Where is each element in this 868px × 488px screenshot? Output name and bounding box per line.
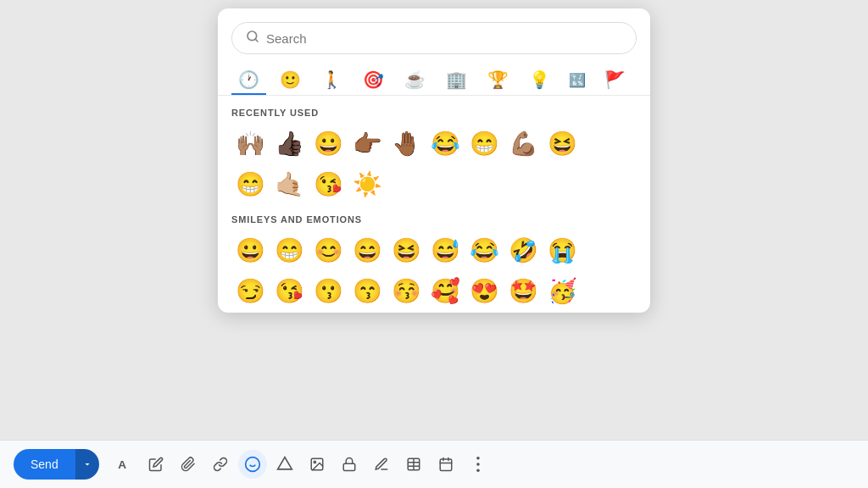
send-button-group: Send <box>14 449 99 480</box>
svg-point-20 <box>476 469 480 472</box>
smileys-label: SMILEYS AND EMOTIONS <box>231 214 637 225</box>
emoji-laugh[interactable]: 😄 <box>348 231 386 269</box>
emoji-kiss[interactable]: 😘 <box>270 272 308 309</box>
pen-icon[interactable] <box>367 450 396 479</box>
search-input[interactable] <box>266 31 622 46</box>
emoji-grinning[interactable]: 😀 <box>309 125 347 162</box>
emoji-kissing[interactable]: 😘 <box>309 165 347 202</box>
recently-used-row-2: 😁 🤙🏼 😘 ☀️ <box>231 165 637 202</box>
emoji-joy[interactable]: 😂 <box>465 231 503 269</box>
emoji-grinning-2[interactable]: 😀 <box>231 231 269 269</box>
emoji-sweat[interactable]: 😅 <box>426 231 464 269</box>
smileys-row-2: 😏 😘 😗 😙 😚 🥰 😍 🤩 🥳 <box>231 272 637 309</box>
emoji-flexed-bicep[interactable]: 💪🏽 <box>504 125 542 162</box>
emoji-smiling-hearts[interactable]: 🥰 <box>426 272 464 309</box>
cat-tab-objects[interactable]: 🏆 <box>481 64 515 95</box>
emoji-raising-hands[interactable]: 🙌🏽 <box>231 125 269 162</box>
emoji-call-me[interactable]: 🤙🏼 <box>270 165 308 202</box>
emoji-picker: 🕐 🙂 🚶 🎯 ☕ 🏢 🏆 💡 � <box>218 8 650 313</box>
emoji-sun[interactable]: ☀️ <box>348 165 386 202</box>
drive-icon[interactable] <box>270 450 299 479</box>
svg-point-19 <box>476 463 480 466</box>
emoji-wink[interactable]: 😏 <box>231 272 269 309</box>
search-icon <box>246 30 259 47</box>
emoji-crying[interactable]: 😭 <box>543 231 581 269</box>
emoji-kissing-closed[interactable]: 😚 <box>387 272 425 309</box>
emoji-thumbs-up[interactable]: 👍🏿 <box>270 125 308 162</box>
recently-used-row-1: 🙌🏽 👍🏿 😀 👉🏾 🤚🏾 😂 😁 💪🏽 😆 <box>231 125 637 162</box>
cat-tab-activities[interactable]: 🎯 <box>356 64 391 95</box>
emoji-party[interactable]: 🥳 <box>543 272 581 309</box>
svg-point-18 <box>476 457 480 460</box>
calendar-icon[interactable] <box>431 450 460 479</box>
category-tabs: 🕐 🙂 🚶 🎯 ☕ 🏢 🏆 💡 � <box>218 64 650 96</box>
cat-tab-symbols[interactable]: 💡 <box>522 64 557 95</box>
lock-icon[interactable] <box>335 450 364 479</box>
svg-marker-6 <box>277 458 292 469</box>
send-button[interactable]: Send <box>14 449 75 480</box>
emoji-grin[interactable]: 😁 <box>270 231 308 269</box>
attach-icon[interactable] <box>174 450 203 479</box>
page-wrapper: 🕐 🙂 🚶 🎯 ☕ 🏢 🏆 💡 � <box>0 0 868 488</box>
emoji-heart-eyes[interactable]: 😍 <box>465 272 503 309</box>
svg-rect-9 <box>343 463 355 470</box>
edit-icon[interactable] <box>142 450 170 479</box>
svg-text:A: A <box>118 458 126 471</box>
send-dropdown-button[interactable] <box>75 449 99 480</box>
svg-rect-14 <box>440 459 452 471</box>
emoji-kissing-2[interactable]: 😗 <box>309 272 347 309</box>
emoji-sweat-smile[interactable]: 😆 <box>387 231 425 269</box>
emoji-picker-icon[interactable] <box>238 450 267 479</box>
svg-point-8 <box>314 461 315 463</box>
table-icon[interactable] <box>399 450 428 479</box>
cat-tab-people[interactable]: 🚶 <box>314 64 349 95</box>
emoji-smile[interactable]: 😊 <box>309 231 347 269</box>
emoji-beaming-2[interactable]: 😁 <box>231 165 269 202</box>
search-bar <box>231 22 637 54</box>
more-options-icon[interactable] <box>464 450 492 479</box>
cat-tab-travel[interactable]: 🏢 <box>439 64 474 95</box>
emoji-laughing-tears[interactable]: 😂 <box>426 125 464 162</box>
bottom-toolbar: Send A <box>0 440 868 488</box>
cat-tab-food[interactable]: ☕ <box>398 64 432 95</box>
search-bar-wrap <box>218 22 650 64</box>
link-icon[interactable] <box>206 450 235 479</box>
emoji-rofl[interactable]: 🤣 <box>504 231 542 269</box>
cat-tab-recent[interactable]: 🕐 <box>231 64 266 95</box>
image-icon[interactable] <box>303 450 331 479</box>
format-text-icon[interactable]: A <box>109 450 138 479</box>
emoji-raised-hand[interactable]: 🤚🏾 <box>387 125 425 162</box>
recently-used-label: RECENTLY USED <box>231 108 637 118</box>
cat-tab-smileys[interactable]: 🙂 <box>273 64 308 95</box>
svg-point-3 <box>245 458 259 472</box>
emoji-pointing-right[interactable]: 👉🏾 <box>348 125 386 162</box>
emoji-kissing-smiling[interactable]: 😙 <box>348 272 386 309</box>
smileys-row-1: 😀 😁 😊 😄 😆 😅 😂 🤣 😭 <box>231 231 637 269</box>
emoji-content: RECENTLY USED 🙌🏽 👍🏿 😀 👉🏾 🤚🏾 😂 😁 💪🏽 😆 😁 🤙… <box>218 96 650 313</box>
cat-tab-flags[interactable]: 🚩 <box>598 64 632 95</box>
emoji-squinting-laugh[interactable]: 😆 <box>543 125 581 162</box>
emoji-star-struck[interactable]: 🤩 <box>504 272 542 309</box>
cat-tab-misc[interactable]: 🔣 <box>564 67 591 93</box>
emoji-beaming[interactable]: 😁 <box>465 125 503 162</box>
svg-line-1 <box>255 39 258 42</box>
